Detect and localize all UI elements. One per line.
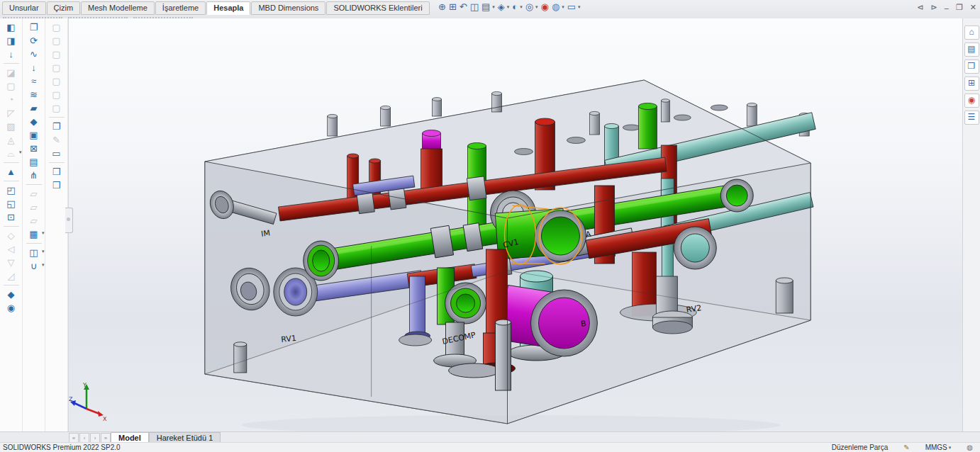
parting-line-icon[interactable]: ◧ xyxy=(2,21,21,34)
mold-tool-icon-7: ⌓▾ xyxy=(2,147,21,160)
toolbar-separator xyxy=(49,117,65,118)
chevron-down-icon: ▾ xyxy=(19,145,22,159)
model-3d[interactable]: IM CV1 A B RV1 RV2 DECOMP Y Z X xyxy=(69,18,963,432)
chevron-down-icon: ▾ xyxy=(42,258,45,271)
menu-tab-solidworks-eklentileri[interactable]: SOLIDWORKS Eklentileri xyxy=(326,1,429,15)
chevron-down-icon[interactable]: ▾ xyxy=(492,4,495,10)
planar-surface-icon[interactable]: ▰ xyxy=(25,101,43,115)
mounting-boss-icon[interactable]: ▲ xyxy=(2,165,21,179)
extruded-surface-icon[interactable]: ❐ xyxy=(25,21,43,34)
toolbar-separator xyxy=(4,162,19,163)
hide-show-items-icon[interactable]: ◎ xyxy=(525,1,533,12)
collapse-left-pane-button[interactable]: ⊲ xyxy=(917,3,923,12)
edit-appearance-icon[interactable]: ◉ xyxy=(541,1,549,12)
restore-button[interactable]: ❐ xyxy=(956,3,963,12)
display-style-icon[interactable]: ◐ xyxy=(512,1,518,12)
graphics-viewport[interactable]: IM CV1 A B RV1 RV2 DECOMP Y Z X xyxy=(69,18,963,432)
view-cube-icon-4: ▢ xyxy=(48,61,66,74)
reference-geometry-icon[interactable]: ◫▾ xyxy=(25,246,43,259)
delete-face-icon[interactable]: ⊠ xyxy=(25,142,43,155)
boundary-surface-icon[interactable]: ≈ xyxy=(25,74,43,88)
app-version-text: SOLIDWORKS Premium 2022 SP2.0 xyxy=(3,443,121,451)
view-cube-icon-1: ▢ xyxy=(48,21,66,34)
surface-cut-icon[interactable]: ▦▾ xyxy=(25,227,43,241)
model-tab-model[interactable]: Model xyxy=(111,432,149,443)
toolbar-separator xyxy=(4,181,19,181)
dynamic-annotation-views-icon[interactable]: ▤ xyxy=(481,1,490,12)
triad-y-label: Y xyxy=(82,382,87,388)
menu-tab-unsurlar[interactable]: Unsurlar xyxy=(2,1,46,15)
feature-tool-icon-2[interactable]: ◱ xyxy=(2,197,21,210)
last-tab-button[interactable]: » xyxy=(101,433,111,443)
custom-properties-icon[interactable]: ☰ xyxy=(964,111,979,125)
view-palette-icon[interactable]: ⊞ xyxy=(964,77,979,91)
chevron-down-icon[interactable]: ▾ xyxy=(578,4,581,10)
apply-scene-icon[interactable]: ◍ xyxy=(552,1,559,12)
fillet-tool-icon[interactable]: ◆ xyxy=(2,288,21,301)
tag-icon: ◍ xyxy=(967,443,973,451)
menu-tab-hesapla[interactable]: Hesapla xyxy=(206,1,250,15)
revolved-surface-icon[interactable]: ⟳ xyxy=(25,34,43,47)
toolbar-separator xyxy=(4,226,19,227)
menu-tab-i-aretleme[interactable]: İşaretleme xyxy=(155,1,206,15)
view-orientation-icon[interactable]: ◈ xyxy=(498,1,505,12)
feature-tool-icon-3[interactable]: ⊡ xyxy=(2,210,21,224)
view-settings-icon[interactable]: ▭ xyxy=(567,1,576,12)
trim-surface-icon[interactable]: ⋔ xyxy=(25,169,43,182)
minimize-button[interactable]: – xyxy=(945,4,949,12)
status-bar: SOLIDWORKS Premium 2022 SP2.0 Düzenleme … xyxy=(0,442,980,452)
chevron-down-icon[interactable]: ▾ xyxy=(507,4,510,10)
display-tool-icon-1[interactable]: ❐ xyxy=(48,120,66,133)
display-tool-icon-2: ✎ xyxy=(48,133,66,147)
appearances-scenes-icon[interactable]: ◉ xyxy=(964,94,979,108)
parting-surface-icon[interactable]: ◨ xyxy=(2,34,21,47)
view-cube-icon-3: ▢ xyxy=(48,47,66,61)
menu-tab-mesh-modelleme[interactable]: Mesh Modelleme xyxy=(81,1,155,15)
feature-tool-icon-1[interactable]: ◰ xyxy=(2,183,21,197)
prev-tab-button[interactable]: ‹ xyxy=(79,433,89,443)
file-explorer-icon[interactable]: ❒ xyxy=(964,60,979,74)
units-label: MMGS xyxy=(925,443,947,451)
mold-tool-icon-2: ▢ xyxy=(2,79,21,93)
filled-surface-icon[interactable]: ≋ xyxy=(25,88,43,101)
swept-surface-icon[interactable]: ∿ xyxy=(25,47,43,61)
view-cube-icon-5: ▢ xyxy=(48,74,66,88)
model-tab-hareket-et-d-1[interactable]: Hareket Etüdü 1 xyxy=(149,432,221,443)
chevron-down-icon[interactable]: ▾ xyxy=(520,4,523,10)
offset-surface-icon[interactable]: ◆ xyxy=(25,115,43,128)
appearance-tool-icon[interactable]: ◉ xyxy=(2,301,21,315)
draft-analysis-icon[interactable]: ↓ xyxy=(2,47,21,61)
copy-settings-icon-1[interactable]: ❒ xyxy=(48,165,66,179)
copy-settings-icon-2[interactable]: ❒ xyxy=(48,179,66,192)
section-view-icon[interactable]: ◫ xyxy=(470,1,479,12)
previous-view-icon[interactable]: ↶ xyxy=(460,1,467,12)
coordinate-triad: Y Z X xyxy=(69,382,107,422)
chevron-down-icon: ▾ xyxy=(42,244,45,258)
zoom-to-area-icon[interactable]: ⊞ xyxy=(449,1,457,12)
mold-tool-icon-5: ▧ xyxy=(2,120,21,133)
toolbar-separator xyxy=(4,285,19,286)
toolbar-separator xyxy=(26,243,42,244)
chevron-down-icon[interactable]: ▾ xyxy=(535,4,538,10)
next-tab-button[interactable]: › xyxy=(90,433,100,443)
menu-tab-mbd-dimensions[interactable]: MBD Dimensions xyxy=(251,1,325,15)
units-dropdown[interactable]: MMGS ▾ xyxy=(925,443,952,451)
preview-window-icon[interactable]: ▭ xyxy=(48,147,66,160)
design-library-icon[interactable]: ▤ xyxy=(964,43,979,57)
home-icon[interactable]: ⌂ xyxy=(964,26,979,40)
zoom-to-fit-icon[interactable]: ⊕ xyxy=(438,1,446,12)
chevron-down-icon: ▾ xyxy=(949,445,952,451)
curves-icon[interactable]: ∪▾ xyxy=(25,259,43,273)
close-button[interactable]: ✕ xyxy=(970,3,976,12)
ruled-surface-icon[interactable]: ▣ xyxy=(25,128,43,142)
edit-part-icon: ✎ xyxy=(903,443,909,451)
model-tab-bar: «‹›» ModelHareket Etüdü 1 xyxy=(0,431,980,443)
mold-tool-icon-4: ◸ xyxy=(2,106,21,120)
first-tab-button[interactable]: « xyxy=(69,433,79,443)
knit-surface-icon[interactable]: ▤ xyxy=(25,155,43,169)
lofted-surface-icon[interactable]: ↓ xyxy=(25,61,43,74)
untrim-surface-icon: ▱ xyxy=(25,187,43,200)
collapse-right-pane-button[interactable]: ⊳ xyxy=(931,3,937,12)
menu-tab--izim[interactable]: Çizim xyxy=(47,1,81,15)
chevron-down-icon[interactable]: ▾ xyxy=(562,4,564,10)
